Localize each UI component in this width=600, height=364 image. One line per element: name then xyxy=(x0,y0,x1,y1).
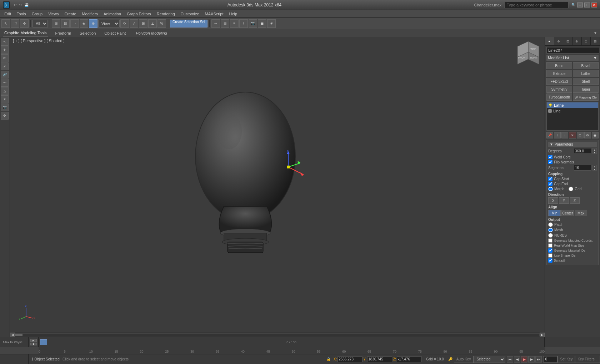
tb-select-btn[interactable]: ↖ xyxy=(1,19,10,28)
tb-align-btn[interactable]: ⊟ xyxy=(221,19,229,28)
use-shapeids-checkbox[interactable] xyxy=(548,253,552,258)
lt-link-btn[interactable]: 🔗 xyxy=(1,71,9,79)
mod-btn-turbosmooth[interactable]: TurboSmooth xyxy=(546,93,572,101)
stack-item-lathe[interactable]: 💡 Lathe xyxy=(547,102,598,108)
lt-scale-btn[interactable]: ⤢ xyxy=(1,62,9,70)
degrees-spinner[interactable]: ▲▼ xyxy=(592,148,597,154)
menu-rendering[interactable]: Rendering xyxy=(154,11,178,17)
tb-move-tool[interactable]: ⊕ xyxy=(89,19,98,28)
next-frame-btn[interactable]: ▶ xyxy=(528,356,535,363)
filter-select[interactable]: All xyxy=(32,20,48,27)
mod-btn-wmapping[interactable]: W Mapping Cle xyxy=(573,93,599,101)
graphite-mini-btn[interactable]: ▼ xyxy=(594,31,597,35)
stack-delete-btn[interactable]: ✕ xyxy=(569,132,576,138)
menu-customize[interactable]: Customize xyxy=(178,11,202,17)
lt-shapes-btn[interactable]: △ xyxy=(1,87,9,95)
dir-y-btn[interactable]: Y xyxy=(559,197,569,204)
close-btn[interactable]: ✕ xyxy=(591,2,597,7)
tb-percent-btn[interactable]: % xyxy=(158,19,166,28)
cap-start-checkbox[interactable] xyxy=(548,177,552,181)
prev-frame-btn[interactable]: ◀ xyxy=(514,356,520,363)
scroll-left-btn[interactable]: ◀ xyxy=(10,332,15,337)
degrees-input[interactable] xyxy=(574,148,591,154)
menu-animation[interactable]: Animation xyxy=(101,11,124,17)
gen-matids-checkbox[interactable] xyxy=(548,248,552,253)
tb-angle-btn[interactable]: ∠ xyxy=(148,19,157,28)
menu-group[interactable]: Group xyxy=(29,11,46,17)
dir-x-btn[interactable]: X xyxy=(548,197,558,204)
x-coord-field[interactable] xyxy=(338,357,362,362)
mod-btn-lathe[interactable]: Lathe xyxy=(573,70,599,77)
menu-help[interactable]: Help xyxy=(226,11,240,17)
scroll-right-btn[interactable]: ▶ xyxy=(540,332,545,337)
stack-config-btn[interactable]: ⚙ xyxy=(584,132,591,138)
lt-bend-btn[interactable]: 〜 xyxy=(1,79,9,87)
gen-mapping-checkbox[interactable] xyxy=(548,238,552,243)
key-icon[interactable]: 🔑 xyxy=(447,357,454,361)
scroll-track[interactable] xyxy=(15,333,540,336)
tb-layer-btn[interactable]: ≡ xyxy=(230,19,239,28)
tb-material-btn[interactable]: ◼ xyxy=(258,19,266,28)
stack-down-btn[interactable]: ↓ xyxy=(561,132,568,138)
tb-curve-btn[interactable]: ⌇ xyxy=(239,19,248,28)
menu-graph-editors[interactable]: Graph Editors xyxy=(124,11,154,17)
key-filters-btn[interactable]: Key Filters... xyxy=(575,356,600,363)
mod-btn-shell[interactable]: Shell xyxy=(573,78,599,85)
lt-move-btn[interactable]: ✛ xyxy=(1,46,9,54)
realworld-checkbox[interactable] xyxy=(548,243,552,248)
align-max-btn[interactable]: Max xyxy=(575,210,587,216)
menu-edit[interactable]: Edit xyxy=(1,11,14,17)
patch-radio[interactable] xyxy=(548,222,553,227)
last-frame-btn[interactable]: ⏭ xyxy=(535,356,542,363)
selected-dropdown[interactable]: Selected xyxy=(473,356,505,363)
tb-snap-btn[interactable]: ⊞ xyxy=(139,19,148,28)
nurbs-radio[interactable] xyxy=(548,233,553,238)
tb-rotate-btn[interactable]: ⟳ xyxy=(120,19,129,28)
view-select[interactable]: View xyxy=(98,20,120,27)
search-input[interactable] xyxy=(504,2,569,8)
gtab-freeform[interactable]: Freeform xyxy=(54,30,72,36)
tb-mirror-btn[interactable]: ⇔ xyxy=(211,19,220,28)
viewcube[interactable]: TOP rIGHT FRONT xyxy=(515,40,542,67)
gtab-selection[interactable]: Selection xyxy=(78,30,97,36)
mod-btn-bend[interactable]: Bend xyxy=(546,62,572,69)
minimize-btn[interactable]: ─ xyxy=(577,2,583,7)
lt-rotate-btn[interactable]: ⟳ xyxy=(1,54,9,62)
autokey-btn[interactable]: Auto Key xyxy=(454,356,474,363)
gtab-graphite[interactable]: Graphite Modeling Tools xyxy=(3,30,48,36)
cmd-tab-modify[interactable]: ⊘ xyxy=(554,37,564,45)
current-frame-field[interactable] xyxy=(543,356,558,363)
lt-select-btn[interactable]: ↖ xyxy=(1,38,9,46)
cmd-tab-create[interactable]: ✦ xyxy=(545,37,554,45)
tb-btn2[interactable]: ⊡ xyxy=(61,19,70,28)
create-selection-btn[interactable]: Create Selection Sel xyxy=(170,20,208,27)
timeline-ticks[interactable]: 0 5 10 15 20 25 30 35 40 45 50 55 60 65 … xyxy=(39,347,545,354)
z-coord-field[interactable] xyxy=(397,357,422,362)
mod-btn-bevel[interactable]: Bevel xyxy=(573,62,599,69)
tb-render-btn[interactable]: 📷 xyxy=(249,19,257,28)
mod-btn-taper[interactable]: Taper xyxy=(573,86,599,93)
segments-input[interactable] xyxy=(574,165,591,171)
y-coord-field[interactable] xyxy=(367,357,392,362)
menu-tools[interactable]: Tools xyxy=(14,11,29,17)
stack-show-btn[interactable]: ◉ xyxy=(592,132,599,138)
cmd-tab-hierarchy[interactable]: ⊡ xyxy=(563,37,572,45)
tb-select-region-btn[interactable]: ⬚ xyxy=(11,19,19,28)
align-min-btn[interactable]: Min xyxy=(548,210,561,216)
object-name-field[interactable] xyxy=(546,47,599,54)
lock-icon[interactable]: 🔒 xyxy=(325,356,332,363)
stack-toggle-btn[interactable]: ⊡ xyxy=(577,132,584,138)
morph-radio[interactable] xyxy=(548,187,553,191)
gtab-object-paint[interactable]: Object Paint xyxy=(103,30,127,36)
scroll-thumb[interactable] xyxy=(15,334,22,336)
params-collapse-btn[interactable]: ▼ Parameters xyxy=(548,142,597,147)
mod-btn-ffd[interactable]: FFD 3x3x3 xyxy=(546,78,572,85)
tb-move-btn[interactable]: ✛ xyxy=(20,19,29,28)
menu-modifiers[interactable]: Modifiers xyxy=(79,11,101,17)
save-btn[interactable]: 💾 xyxy=(24,3,29,7)
flip-normals-checkbox[interactable] xyxy=(548,160,552,164)
play-btn[interactable]: ▶ xyxy=(521,356,528,363)
menu-views[interactable]: Views xyxy=(45,11,61,17)
tb-btn4[interactable]: ◈ xyxy=(80,19,88,28)
viewport-scrollbar[interactable]: ◀ ▶ xyxy=(10,333,545,337)
